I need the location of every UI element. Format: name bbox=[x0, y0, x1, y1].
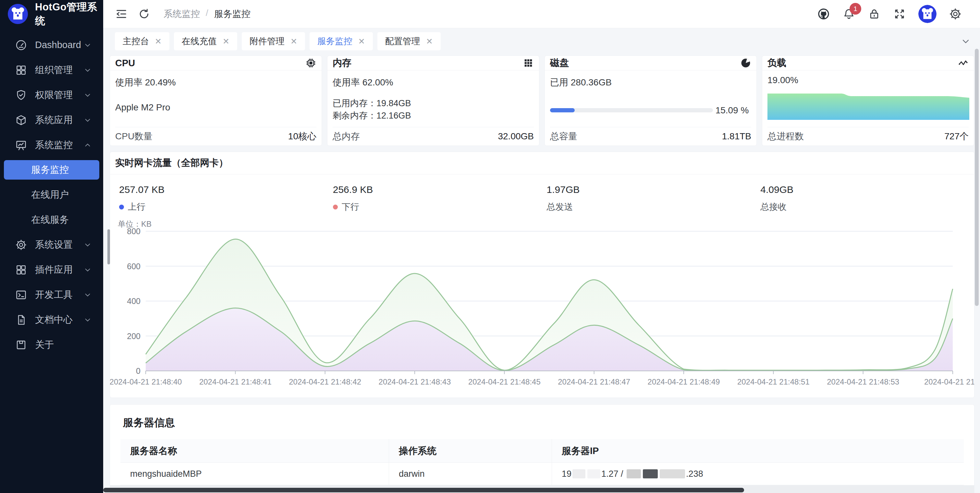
fullscreen-icon[interactable] bbox=[893, 8, 906, 21]
menu-collapse-icon[interactable] bbox=[115, 8, 128, 21]
sidebar-item-label: 系统设置 bbox=[35, 238, 83, 251]
github-icon[interactable] bbox=[817, 8, 830, 21]
network-stat-labelrow: 下行 bbox=[333, 201, 547, 213]
disk-card: 磁盘 已用 280.36GB 15.09 % 总容量 bbox=[544, 56, 757, 146]
tab-服务监控[interactable]: 服务监控✕ bbox=[310, 32, 373, 50]
network-stat-labelrow: 总发送 bbox=[547, 201, 760, 213]
sidebar-item-label: 系统监控 bbox=[35, 139, 83, 152]
tab-close-icon[interactable]: ✕ bbox=[358, 37, 365, 46]
legend-dot-icon bbox=[333, 204, 338, 209]
sidebar-subitem-在线服务[interactable]: 在线服务 bbox=[0, 207, 103, 232]
chevron-down-icon bbox=[83, 240, 92, 249]
shield-check-icon bbox=[15, 89, 27, 101]
tab-主控台[interactable]: 主控台✕ bbox=[115, 32, 169, 50]
svg-text:2024-04-21 21:48:42: 2024-04-21 21:48:42 bbox=[289, 377, 361, 386]
tab-label: 配置管理 bbox=[385, 35, 420, 47]
horizontal-scrollbar-thumb[interactable] bbox=[103, 488, 744, 492]
server-info-card: 服务器信息 服务器名称操作系统服务器IPmengshuaideMBPdarwin… bbox=[110, 404, 974, 493]
tab-在线充值[interactable]: 在线充值✕ bbox=[174, 32, 237, 50]
chevron-down-icon bbox=[83, 65, 92, 75]
sidebar-item-关于[interactable]: 关于 bbox=[0, 332, 103, 357]
tab-close-icon[interactable]: ✕ bbox=[290, 37, 297, 46]
sidebar-item-label: 权限管理 bbox=[35, 89, 83, 102]
svg-text:0: 0 bbox=[136, 366, 140, 375]
sidebar-item-插件应用[interactable]: 插件应用 bbox=[0, 257, 103, 282]
svg-text:2024-04-21 21:48:43: 2024-04-21 21:48:43 bbox=[379, 377, 451, 386]
vertical-scrollbar-thumb[interactable] bbox=[975, 49, 979, 306]
settings-gear-icon[interactable] bbox=[949, 8, 962, 21]
memory-free: 剩余内存：12.16GB bbox=[332, 109, 534, 122]
cpu-card: CPU 使用率 20.49% Apple M2 Pro CPU数量 10核心 bbox=[110, 56, 322, 146]
app-logo-row[interactable]: HotGo管理系统 bbox=[0, 0, 103, 28]
refresh-icon[interactable] bbox=[138, 8, 151, 21]
svg-text:2024-04-21 21:48:51: 2024-04-21 21:48:51 bbox=[737, 377, 810, 386]
disk-card-title: 磁盘 bbox=[550, 56, 569, 70]
svg-text:2024-04-21 21:48:47: 2024-04-21 21:48:47 bbox=[558, 377, 630, 386]
breadcrumb-current[interactable]: 服务监控 bbox=[214, 8, 251, 20]
network-traffic-card: 实时网卡流量（全部网卡） 257.07 KB上行256.9 KB下行1.97GB… bbox=[110, 152, 974, 398]
svg-text:2024-04-21 21:48:49: 2024-04-21 21:48:49 bbox=[648, 377, 720, 386]
tab-配置管理[interactable]: 配置管理✕ bbox=[377, 32, 441, 50]
tab-附件管理[interactable]: 附件管理✕ bbox=[242, 32, 305, 50]
network-card-title: 实时网卡流量（全部网卡） bbox=[110, 152, 974, 174]
table-header-操作系统: 操作系统 bbox=[389, 439, 552, 463]
content-scrollbar-thumb[interactable] bbox=[107, 229, 110, 264]
disk-progress-fill bbox=[550, 108, 575, 112]
cpu-footer-label: CPU数量 bbox=[115, 130, 153, 143]
chevron-down-icon bbox=[83, 290, 92, 300]
load-card-header: 负载 bbox=[762, 56, 974, 70]
monitor-chart-icon bbox=[15, 139, 27, 152]
network-stat-value: 257.07 KB bbox=[119, 184, 333, 195]
document-icon bbox=[15, 314, 27, 326]
sidebar-item-开发工具[interactable]: 开发工具 bbox=[0, 282, 103, 307]
chart-areas bbox=[146, 239, 953, 371]
tab-label: 附件管理 bbox=[250, 35, 285, 47]
memory-card: 内存 使用率 62.00% 已用内存：19.84GB 剩余内存：12.16GB … bbox=[327, 56, 539, 146]
network-stats-row: 257.07 KB上行256.9 KB下行1.97GB总发送4.09GB总接收 bbox=[110, 174, 974, 213]
network-stat-labelrow: 上行 bbox=[119, 201, 333, 213]
sidebar-subitem-服务监控[interactable]: 服务监控 bbox=[4, 160, 99, 180]
cpu-card-footer: CPU数量 10核心 bbox=[115, 127, 317, 145]
network-stat-下行: 256.9 KB下行 bbox=[333, 184, 547, 213]
tab-label: 主控台 bbox=[123, 35, 149, 47]
load-pulse-icon bbox=[958, 57, 969, 69]
lock-icon[interactable] bbox=[868, 8, 881, 21]
cpu-model: Apple M2 Pro bbox=[115, 102, 317, 113]
chevron-down-icon bbox=[83, 41, 92, 50]
sidebar-item-系统应用[interactable]: 系统应用 bbox=[0, 107, 103, 132]
sidebar-item-权限管理[interactable]: 权限管理 bbox=[0, 83, 103, 107]
org-grid-icon bbox=[15, 64, 27, 76]
sidebar-item-label: 组织管理 bbox=[35, 64, 83, 77]
app-title: HotGo管理系统 bbox=[35, 0, 103, 28]
table-header-服务器名称: 服务器名称 bbox=[120, 439, 389, 463]
sidebar-item-组织管理[interactable]: 组织管理 bbox=[0, 57, 103, 83]
user-avatar[interactable] bbox=[918, 5, 937, 23]
sidebar-item-系统监控[interactable]: 系统监控 bbox=[0, 132, 103, 158]
breadcrumb-parent[interactable]: 系统监控 bbox=[164, 8, 200, 20]
header-actions: 1 bbox=[817, 5, 962, 23]
network-stat-总发送: 1.97GB总发送 bbox=[547, 184, 760, 213]
redacted-block bbox=[573, 469, 585, 479]
redacted-block bbox=[627, 469, 641, 479]
server-info-table: 服务器名称操作系统服务器IPmengshuaideMBPdarwin191.27… bbox=[120, 439, 964, 485]
tab-list-dropdown[interactable] bbox=[961, 28, 971, 54]
memory-footer-value: 32.00GB bbox=[498, 131, 534, 142]
sidebar-subitem-在线用户[interactable]: 在线用户 bbox=[0, 182, 103, 207]
breadcrumb-separator: / bbox=[206, 8, 208, 20]
svg-text:2024-04-21 21:48:41: 2024-04-21 21:48:41 bbox=[199, 377, 272, 386]
disk-pie-icon bbox=[740, 57, 751, 69]
sidebar-item-系统设置[interactable]: 系统设置 bbox=[0, 232, 103, 257]
network-stat-label: 总发送 bbox=[547, 201, 573, 213]
memory-card-footer: 总内存 32.00GB bbox=[332, 127, 534, 145]
svg-text:200: 200 bbox=[127, 332, 140, 341]
notifications-bell[interactable]: 1 bbox=[842, 8, 855, 21]
cell-server-ip: 191.27 / .238 bbox=[552, 463, 964, 485]
sidebar-menu: Dashboard组织管理权限管理系统应用系统监控服务监控在线用户在线服务系统设… bbox=[0, 32, 103, 357]
load-card-footer: 总进程数 727个 bbox=[767, 127, 969, 145]
tab-close-icon[interactable]: ✕ bbox=[426, 37, 433, 46]
tab-close-icon[interactable]: ✕ bbox=[223, 37, 229, 46]
tab-close-icon[interactable]: ✕ bbox=[155, 37, 162, 46]
network-stat-value: 4.09GB bbox=[760, 184, 974, 195]
sidebar-item-dashboard[interactable]: Dashboard bbox=[0, 32, 103, 57]
sidebar-item-文档中心[interactable]: 文档中心 bbox=[0, 307, 103, 332]
